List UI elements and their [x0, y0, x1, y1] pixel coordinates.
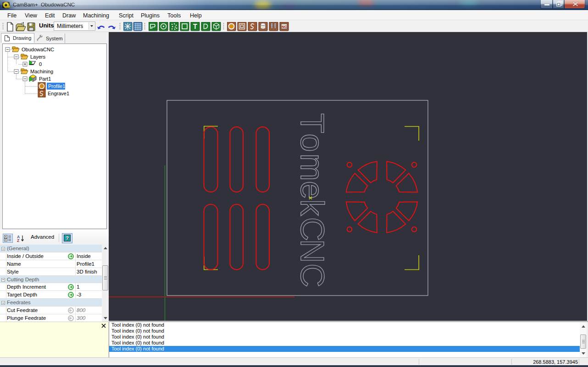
svg-text:TomekCNC: TomekCNC [294, 113, 331, 287]
svg-text:Layers: Layers [30, 54, 46, 60]
svg-text:NC: NC [282, 25, 287, 29]
svg-text:ObudowaCNC: ObudowaCNC [22, 47, 54, 52]
svg-text:Z: Z [17, 238, 19, 242]
svg-text:Part1: Part1 [39, 76, 51, 82]
svg-text:Machining: Machining [30, 69, 53, 74]
svg-text:Profile1: Profile1 [48, 83, 65, 89]
svg-text:0: 0 [39, 61, 42, 67]
svg-text:Engrave1: Engrave1 [48, 91, 69, 96]
